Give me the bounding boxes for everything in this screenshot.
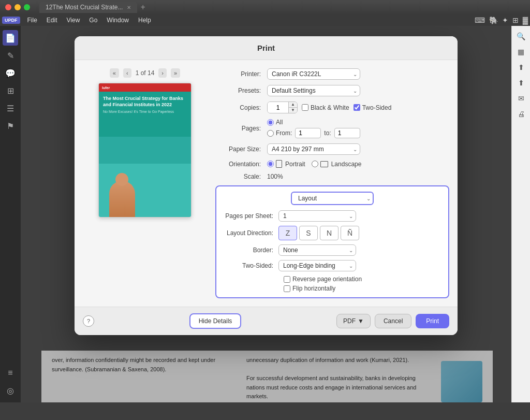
cancel-button[interactable]: Cancel xyxy=(375,314,411,328)
black-white-checkbox-label[interactable]: Black & White xyxy=(302,104,349,111)
sidebar-item-document[interactable]: 📄 xyxy=(3,30,18,46)
pages-from-input[interactable] xyxy=(295,128,321,138)
sidebar-item-bookmark[interactable]: ⚑ xyxy=(3,118,18,134)
pages-all-radio[interactable] xyxy=(267,119,274,126)
pages-to-text: to: xyxy=(324,129,331,137)
right-ocr-icon[interactable]: ▦ xyxy=(515,46,527,58)
portrait-radio[interactable] xyxy=(267,161,274,167)
landscape-radio[interactable] xyxy=(312,161,318,167)
paper-size-select[interactable]: A4 210 by 297 mm xyxy=(267,143,360,155)
landscape-label[interactable]: Landscape xyxy=(312,161,362,168)
menu-file[interactable]: File xyxy=(23,16,41,25)
pages-per-sheet-select-wrapper: 1 2 4 6 9 xyxy=(278,210,356,222)
sidebar-item-pages[interactable]: ⊞ xyxy=(3,83,18,98)
printer-row: Printer: Canon iR C3222L xyxy=(215,68,449,80)
minimize-button[interactable] xyxy=(14,4,21,10)
presets-select[interactable]: Default Settings xyxy=(267,85,360,96)
flip-horizontally-text: Flip horizontally xyxy=(292,285,335,292)
preview-panel: « ‹ 1 of 14 › » lufer xyxy=(83,68,207,298)
layout-dir-n2[interactable]: Ñ xyxy=(341,226,359,240)
battery-icon: ▓ xyxy=(523,16,528,24)
pages-per-sheet-select[interactable]: 1 2 4 6 9 xyxy=(278,210,356,222)
doc-area: over, information confidentially might b… xyxy=(21,26,511,402)
right-search-icon[interactable]: 🔍 xyxy=(515,30,527,42)
dialog-body: « ‹ 1 of 14 › » lufer xyxy=(75,60,458,307)
layout-select-row: Layout xyxy=(222,192,443,205)
printer-select-wrapper: Canon iR C3222L xyxy=(267,68,360,80)
hide-details-button[interactable]: Hide Details xyxy=(189,313,242,329)
menu-go[interactable]: Go xyxy=(85,16,101,25)
pages-row: Pages: All From: xyxy=(215,119,449,138)
pdf-button[interactable]: PDF ▼ xyxy=(336,314,371,328)
pages-per-sheet-label: Pages per Sheet: xyxy=(222,212,278,220)
pages-controls: All From: to: xyxy=(267,119,360,138)
menu-edit[interactable]: Edit xyxy=(42,16,62,25)
menu-help[interactable]: Help xyxy=(134,16,155,25)
new-tab-button[interactable]: + xyxy=(140,3,145,12)
maximize-button[interactable] xyxy=(24,4,30,10)
preview-logo: lufer xyxy=(102,86,110,90)
tab-close-icon[interactable]: ✕ xyxy=(127,5,131,10)
preview-nav: « ‹ 1 of 14 › » xyxy=(83,68,207,78)
portrait-label[interactable]: Portrait xyxy=(267,160,305,168)
two-sided-checkbox-label[interactable]: Two-Sided xyxy=(354,104,392,111)
prev-page-button[interactable]: ‹ xyxy=(123,68,131,78)
flip-horizontally-checkbox[interactable] xyxy=(284,285,290,292)
right-export-icon[interactable]: ⬆ xyxy=(515,61,527,74)
sidebar-item-annotate[interactable]: 💬 xyxy=(3,65,18,81)
printer-select[interactable]: Canon iR C3222L xyxy=(267,68,360,80)
two-sided-select[interactable]: Long-Edge binding Short-Edge binding Off xyxy=(278,260,356,271)
copies-decrement[interactable]: ▼ xyxy=(289,108,297,113)
right-share-icon[interactable]: ⬆ xyxy=(515,77,527,89)
preview-header: lufer xyxy=(99,83,191,92)
menubar-right: ⌨ 🐘 ✦ ⊞ ▓ xyxy=(475,16,528,24)
print-button[interactable]: Print xyxy=(416,314,449,328)
flip-horizontally-label[interactable]: Flip horizontally xyxy=(284,285,443,292)
pages-label: Pages: xyxy=(215,125,267,132)
pages-from-radio-label[interactable]: From: xyxy=(267,129,292,137)
two-sided-row: Two-Sided: Long-Edge binding Short-Edge … xyxy=(222,260,443,271)
preview-container: lufer The Most Crucial Strategy for Bank… xyxy=(98,83,192,218)
layout-select[interactable]: Layout xyxy=(291,192,374,205)
keyboard-icon: ⌨ xyxy=(475,16,485,24)
reverse-page-checkbox[interactable] xyxy=(284,276,290,283)
sidebar-item-layers[interactable]: ≡ xyxy=(3,365,18,381)
pages-from-radio[interactable] xyxy=(267,130,274,137)
copies-input[interactable]: 1 xyxy=(268,102,288,113)
border-select[interactable]: None Single Hairline Single Thin Line Do… xyxy=(278,244,356,256)
pages-all-label[interactable]: All xyxy=(267,119,360,126)
pages-all-text: All xyxy=(276,119,283,126)
next-page-button[interactable]: › xyxy=(158,68,167,78)
layout-dir-z[interactable]: Z xyxy=(278,226,297,240)
landscape-text: Landscape xyxy=(331,161,362,168)
document-tab[interactable]: 12The Most Crucial Strate... ✕ xyxy=(39,2,137,13)
copies-increment[interactable]: ▲ xyxy=(289,102,297,108)
traffic-lights xyxy=(5,4,30,10)
layout-dir-s[interactable]: S xyxy=(299,226,318,240)
sidebar-item-edit[interactable]: ✎ xyxy=(3,48,18,63)
last-page-button[interactable]: » xyxy=(171,68,180,78)
reverse-page-label[interactable]: Reverse page orientation xyxy=(284,276,443,283)
border-label: Border: xyxy=(222,247,278,254)
help-button[interactable]: ? xyxy=(83,315,94,327)
two-sided-checkbox[interactable] xyxy=(354,104,360,111)
border-row: Border: None Single Hairline Single Thin… xyxy=(222,244,443,256)
close-button[interactable] xyxy=(5,4,11,10)
right-print-icon[interactable]: 🖨 xyxy=(515,108,527,120)
menu-view[interactable]: View xyxy=(63,16,84,25)
preview-title-area: The Most Crucial Strategy for Banks and … xyxy=(99,92,191,118)
portrait-icon xyxy=(276,160,282,168)
pages-to-input[interactable] xyxy=(334,128,360,138)
sidebar-item-search[interactable]: ☰ xyxy=(3,100,18,116)
paper-size-select-wrapper: A4 210 by 297 mm xyxy=(267,143,360,155)
first-page-button[interactable]: « xyxy=(110,68,119,78)
black-white-checkbox[interactable] xyxy=(302,104,308,111)
layout-dir-n[interactable]: N xyxy=(320,226,338,240)
pages-from-row: From: to: xyxy=(267,128,360,138)
menu-window[interactable]: Window xyxy=(102,16,133,25)
orientation-row: Orientation: Portrait xyxy=(215,160,449,168)
right-mail-icon[interactable]: ✉ xyxy=(515,92,527,105)
sidebar-item-settings[interactable]: ◎ xyxy=(3,383,18,398)
landscape-icon xyxy=(320,161,328,167)
paper-size-row: Paper Size: A4 210 by 297 mm xyxy=(215,143,449,155)
